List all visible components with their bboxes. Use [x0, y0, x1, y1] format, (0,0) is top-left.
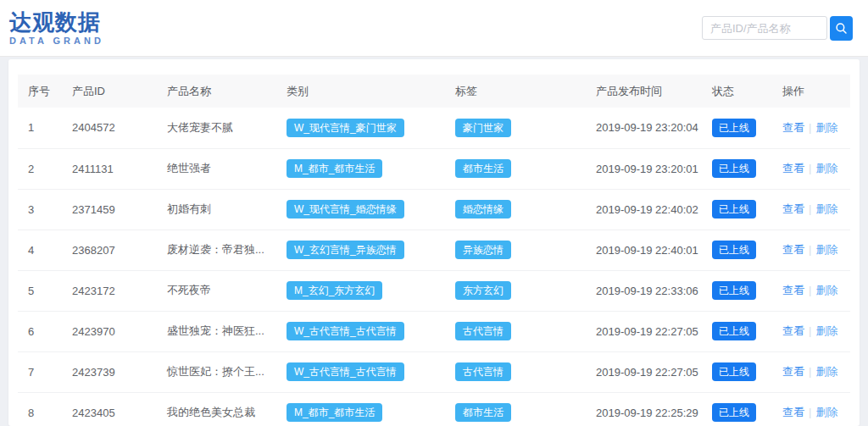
- delete-link[interactable]: 删除: [815, 365, 837, 378]
- product-name: 绝世强者: [157, 148, 276, 189]
- status-badge: 已上线: [712, 159, 756, 178]
- view-link[interactable]: 查看: [782, 162, 804, 174]
- product-id: 2423172: [62, 270, 157, 311]
- delete-link[interactable]: 删除: [815, 324, 837, 337]
- action-separator: |: [809, 162, 811, 174]
- status-badge: 已上线: [712, 362, 756, 381]
- product-id: 2404572: [62, 108, 157, 148]
- delete-link[interactable]: 删除: [815, 121, 837, 134]
- product-id: 2423739: [62, 351, 157, 392]
- view-link[interactable]: 查看: [782, 202, 804, 215]
- table-row: 1 2404572 大佬宠妻不腻 W_现代言情_豪门世家 豪门世家 2019-0…: [18, 108, 850, 148]
- row-index: 1: [18, 108, 62, 148]
- view-link[interactable]: 查看: [782, 121, 804, 134]
- category-badge: M_都市_都市生活: [287, 159, 382, 178]
- product-name: 废材逆袭：帝君独...: [157, 230, 276, 270]
- search-box: [702, 16, 853, 41]
- action-separator: |: [809, 284, 811, 296]
- row-index: 2: [18, 148, 62, 189]
- column-header-product-name: 产品名称: [157, 75, 276, 108]
- action-separator: |: [809, 202, 811, 215]
- category-badge: W_现代言情_婚恋情缘: [287, 200, 404, 219]
- product-id: 2371459: [62, 189, 157, 230]
- action-separator: |: [809, 406, 811, 418]
- column-header-category: 类别: [276, 75, 445, 108]
- publish-time: 2019-09-19 22:33:06: [586, 270, 702, 311]
- tag-badge: 东方玄幻: [455, 281, 511, 300]
- category-badge: M_玄幻_东方玄幻: [287, 281, 382, 300]
- table-row: 7 2423739 惊世医妃：撩个王... W_古代言情_古代言情 古代言情 2…: [18, 351, 850, 392]
- category-badge: W_现代言情_豪门世家: [287, 119, 404, 137]
- status-badge: 已上线: [712, 119, 756, 137]
- category-badge: M_都市_都市生活: [287, 403, 382, 422]
- product-name: 盛世独宠：神医狂...: [157, 311, 276, 351]
- product-name: 初婚有刺: [157, 189, 276, 230]
- table-row: 2 2411131 绝世强者 M_都市_都市生活 都市生活 2019-09-19…: [18, 148, 850, 189]
- product-name: 惊世医妃：撩个王...: [157, 351, 276, 392]
- view-link[interactable]: 查看: [782, 324, 804, 337]
- publish-time: 2019-09-19 23:20:04: [586, 108, 702, 148]
- row-index: 4: [18, 230, 62, 270]
- row-index: 5: [18, 270, 62, 311]
- status-badge: 已上线: [712, 322, 756, 340]
- view-link[interactable]: 查看: [782, 406, 804, 418]
- action-separator: |: [809, 365, 811, 378]
- product-name: 大佬宠妻不腻: [157, 108, 276, 148]
- action-separator: |: [809, 243, 811, 256]
- logo[interactable]: 达观数据 DATA GRAND: [9, 11, 104, 46]
- category-badge: W_古代言情_古代言情: [287, 362, 404, 381]
- tag-badge: 古代言情: [455, 322, 511, 340]
- category-badge: W_古代言情_古代言情: [287, 322, 404, 340]
- main-area: 序号 产品ID 产品名称 类别 标签 产品发布时间 状态 操作 1 240457…: [0, 57, 868, 426]
- delete-link[interactable]: 删除: [815, 202, 837, 215]
- tag-badge: 都市生活: [455, 403, 511, 422]
- tag-badge: 异族恋情: [455, 241, 511, 259]
- delete-link[interactable]: 删除: [815, 162, 837, 174]
- table-row: 5 2423172 不死夜帝 M_玄幻_东方玄幻 东方玄幻 2019-09-19…: [18, 270, 850, 311]
- product-name: 不死夜帝: [157, 270, 276, 311]
- status-badge: 已上线: [712, 200, 756, 219]
- row-index: 6: [18, 311, 62, 351]
- publish-time: 2019-09-19 23:20:01: [586, 148, 702, 189]
- product-id: 2423405: [62, 392, 157, 426]
- publish-time: 2019-09-19 22:27:05: [586, 351, 702, 392]
- row-index: 8: [18, 392, 62, 426]
- action-separator: |: [809, 121, 811, 134]
- view-link[interactable]: 查看: [782, 284, 804, 296]
- product-id: 2411131: [62, 148, 157, 189]
- column-header-product-id: 产品ID: [62, 75, 157, 108]
- delete-link[interactable]: 删除: [815, 406, 837, 418]
- column-header-publish-time: 产品发布时间: [586, 75, 702, 108]
- product-name: 我的绝色美女总裁: [157, 392, 276, 426]
- publish-time: 2019-09-19 22:27:05: [586, 311, 702, 351]
- column-header-tag: 标签: [445, 75, 586, 108]
- category-badge: W_玄幻言情_异族恋情: [287, 241, 404, 259]
- row-index: 3: [18, 189, 62, 230]
- search-button[interactable]: [830, 16, 853, 41]
- publish-time: 2019-09-19 22:40:01: [586, 230, 702, 270]
- action-separator: |: [809, 324, 811, 337]
- table-row: 6 2423970 盛世独宠：神医狂... W_古代言情_古代言情 古代言情 2…: [18, 311, 850, 351]
- logo-title: 达观数据: [9, 11, 104, 33]
- product-table: 序号 产品ID 产品名称 类别 标签 产品发布时间 状态 操作 1 240457…: [18, 75, 850, 426]
- delete-link[interactable]: 删除: [815, 243, 837, 256]
- table-row: 8 2423405 我的绝色美女总裁 M_都市_都市生活 都市生活 2019-0…: [18, 392, 850, 426]
- search-input[interactable]: [702, 16, 827, 40]
- tag-badge: 婚恋情缘: [455, 200, 511, 219]
- view-link[interactable]: 查看: [782, 365, 804, 378]
- product-table-card: 序号 产品ID 产品名称 类别 标签 产品发布时间 状态 操作 1 240457…: [8, 59, 860, 426]
- table-row: 3 2371459 初婚有刺 W_现代言情_婚恋情缘 婚恋情缘 2019-09-…: [18, 189, 850, 230]
- product-id: 2423970: [62, 311, 157, 351]
- table-row: 4 2368207 废材逆袭：帝君独... W_玄幻言情_异族恋情 异族恋情 2…: [18, 230, 850, 270]
- publish-time: 2019-09-19 22:25:29: [586, 392, 702, 426]
- view-link[interactable]: 查看: [782, 243, 804, 256]
- delete-link[interactable]: 删除: [815, 284, 837, 296]
- top-header: 达观数据 DATA GRAND: [0, 0, 868, 57]
- column-header-status: 状态: [702, 75, 772, 108]
- row-index: 7: [18, 351, 62, 392]
- tag-badge: 豪门世家: [455, 119, 511, 137]
- table-header-row: 序号 产品ID 产品名称 类别 标签 产品发布时间 状态 操作: [18, 75, 850, 108]
- status-badge: 已上线: [712, 241, 756, 259]
- status-badge: 已上线: [712, 281, 756, 300]
- logo-subtitle: DATA GRAND: [9, 36, 104, 46]
